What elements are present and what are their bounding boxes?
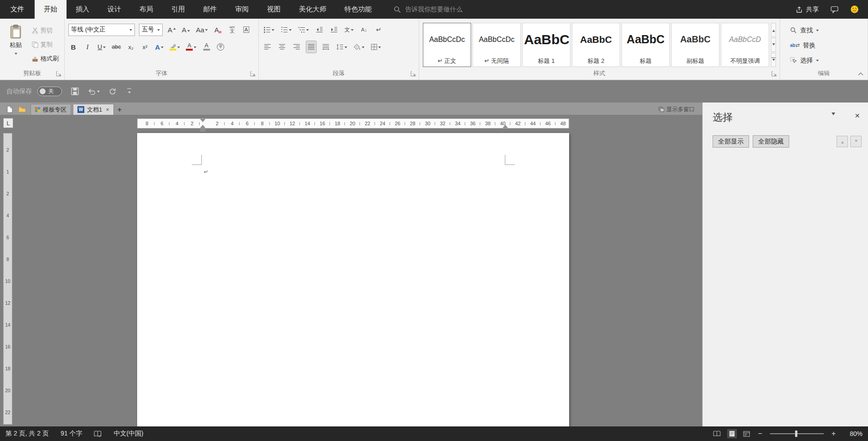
replace-button[interactable]: ab⇄ 替换 (790, 39, 864, 52)
document-page[interactable]: ↵ (137, 133, 569, 426)
ribbon-tab[interactable]: 引用 (162, 0, 194, 19)
right-indent-marker[interactable] (503, 125, 508, 128)
tab-document1[interactable]: W 文档1 × (73, 104, 114, 115)
pane-close-icon[interactable]: × (855, 111, 860, 121)
redo-button[interactable] (109, 88, 116, 95)
style-card[interactable]: AaBbC 标题 (621, 23, 670, 67)
collapse-ribbon-button[interactable] (858, 72, 864, 76)
zoom-slider[interactable] (770, 433, 824, 434)
phonetic-guide-button[interactable]: wén文 (227, 24, 237, 36)
format-painter-button[interactable]: 格式刷 (30, 52, 61, 65)
zoom-out-button[interactable]: − (756, 430, 763, 438)
move-up-button[interactable] (837, 136, 848, 147)
web-layout-icon[interactable] (743, 431, 750, 437)
tab-template-zone[interactable]: 模板专区 (31, 104, 71, 115)
ribbon-tab[interactable]: 视图 (258, 0, 290, 19)
page-indicator[interactable]: 第 2 页, 共 2 页 (5, 430, 49, 438)
underline-button[interactable]: U (97, 41, 107, 53)
autosave-toggle[interactable]: 关 (37, 87, 62, 96)
ribbon-tab[interactable]: 审阅 (226, 0, 258, 19)
ribbon-tab[interactable]: 插入 (67, 0, 98, 19)
left-indent-marker[interactable] (200, 129, 205, 132)
align-left-button[interactable] (262, 41, 272, 53)
subscript-button[interactable]: x₂ (126, 41, 136, 53)
align-right-button[interactable] (292, 41, 302, 53)
show-all-button[interactable]: 全部显示 (713, 135, 749, 148)
tab-stop-selector[interactable]: L (3, 118, 13, 128)
vertical-ruler[interactable]: 21246810121416182022 (3, 133, 12, 425)
share-button[interactable]: 共享 (796, 5, 819, 14)
comment-icon[interactable] (831, 6, 838, 13)
hide-all-button[interactable]: 全部隐藏 (753, 135, 789, 148)
read-mode-icon[interactable] (713, 431, 721, 437)
style-card[interactable]: AaBbCcDc ↵ 正文 (423, 23, 471, 67)
style-card[interactable]: AaBbCcDc ↵ 无间隔 (473, 23, 521, 67)
font-dialog-launcher[interactable] (250, 71, 256, 77)
paste-button[interactable]: 粘贴 (4, 23, 28, 65)
ribbon-tab[interactable]: 布局 (130, 0, 162, 19)
italic-button[interactable]: I (82, 41, 92, 53)
zoom-in-button[interactable]: + (830, 430, 837, 438)
clipboard-dialog-launcher[interactable] (56, 71, 62, 77)
open-folder-button[interactable] (15, 104, 29, 115)
select-button[interactable]: 选择 (790, 54, 864, 67)
font-name-select[interactable]: 等线 (中文正 (68, 24, 135, 36)
align-center-button[interactable] (277, 41, 287, 53)
proofing-icon[interactable] (94, 431, 102, 437)
superscript-button[interactable]: x² (140, 41, 150, 53)
word-count[interactable]: 91 个字 (61, 430, 82, 438)
font-size-select[interactable]: 五号 (139, 24, 163, 36)
style-card[interactable]: AaBbC 标题 2 (572, 23, 620, 67)
asian-layout-button[interactable]: 文 (344, 24, 354, 36)
new-document-button[interactable] (4, 104, 15, 115)
style-card[interactable]: AaBbC 副标题 (671, 23, 719, 67)
tab-file[interactable]: 文件 (0, 0, 35, 19)
qat-customize-button[interactable] (127, 88, 131, 95)
pane-menu-button[interactable] (832, 115, 835, 123)
style-card[interactable]: AaBbC 标题 1 (522, 23, 570, 67)
borders-button[interactable] (370, 41, 382, 53)
horizontal-ruler[interactable]: 8642 24681012141618202224262830323436384… (137, 118, 569, 128)
tell-me-search[interactable]: 告诉我你想要做什么 (394, 0, 462, 19)
increase-indent-button[interactable] (329, 24, 339, 36)
paragraph-dialog-launcher[interactable] (411, 71, 416, 77)
move-down-button[interactable] (850, 136, 862, 147)
cut-button[interactable]: 剪切 (30, 24, 61, 37)
styles-scroll-up-button[interactable] (771, 23, 776, 37)
styles-more-button[interactable] (771, 53, 776, 67)
clear-formatting-button[interactable]: A (213, 24, 223, 36)
first-line-indent-marker[interactable] (200, 119, 205, 122)
save-button[interactable] (71, 87, 79, 95)
line-spacing-button[interactable] (335, 41, 348, 53)
enclose-characters-button[interactable]: 字 (216, 41, 226, 53)
style-card[interactable]: AaBbCcD 不明显强调 (721, 23, 769, 67)
styles-dialog-launcher[interactable] (771, 71, 777, 77)
ribbon-tab[interactable]: 开始 (35, 0, 67, 19)
zoom-slider-thumb[interactable] (795, 431, 797, 437)
ribbon-tab[interactable]: 美化大师 (290, 0, 335, 19)
ribbon-tab[interactable]: 邮件 (194, 0, 226, 19)
shading-button[interactable] (353, 41, 365, 53)
copy-button[interactable]: 复制 (30, 38, 61, 51)
print-layout-active-indicator[interactable] (727, 429, 737, 438)
ribbon-tab[interactable]: 设计 (98, 0, 130, 19)
new-tab-button[interactable]: + (118, 106, 122, 115)
change-case-button[interactable]: Aa (195, 24, 209, 36)
decrease-indent-button[interactable] (314, 24, 324, 36)
strikethrough-button[interactable]: abc (111, 41, 122, 53)
character-shading-button[interactable]: A (201, 41, 211, 53)
sort-button[interactable]: A↓ (359, 24, 369, 36)
smiley-feedback-icon[interactable] (850, 5, 859, 14)
shrink-font-button[interactable]: A (181, 24, 191, 36)
character-border-button[interactable]: A (241, 24, 251, 36)
multilevel-list-button[interactable] (297, 24, 310, 36)
find-button[interactable]: 查找 (790, 24, 864, 37)
show-multi-window-button[interactable]: 显示多窗口 (658, 104, 695, 115)
bold-button[interactable]: B (68, 41, 78, 53)
text-effects-button[interactable]: A (154, 41, 164, 53)
ribbon-tab[interactable]: 特色功能 (335, 0, 381, 19)
numbering-button[interactable] (280, 24, 293, 36)
grow-font-button[interactable]: A (167, 24, 177, 36)
font-color-button[interactable]: A (185, 41, 197, 53)
zoom-percentage[interactable]: 80% (843, 430, 863, 437)
